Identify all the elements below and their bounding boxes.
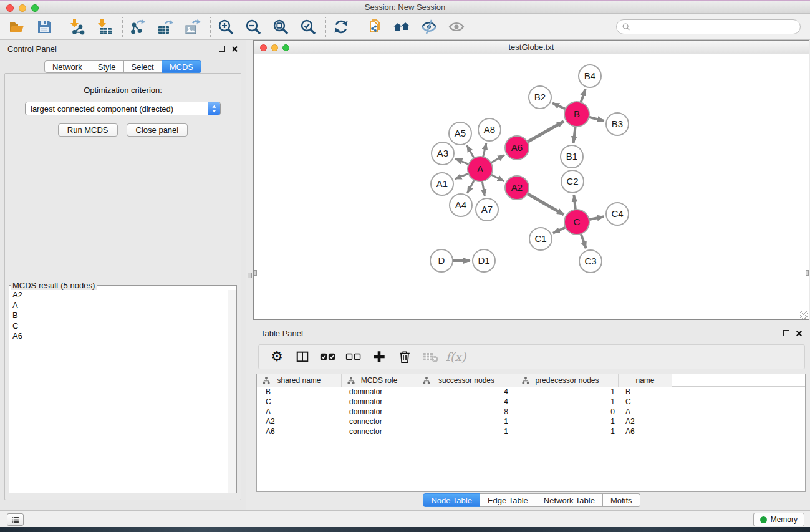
network-zoom-button[interactable] xyxy=(282,44,289,51)
table-cell[interactable]: 1 xyxy=(516,427,619,436)
table-cell[interactable]: A6 xyxy=(619,427,672,436)
apply-layout-icon[interactable] xyxy=(330,16,352,37)
tab-select[interactable]: Select xyxy=(124,60,162,73)
export-image-icon[interactable] xyxy=(181,16,204,37)
network-close-button[interactable] xyxy=(260,44,267,51)
task-history-button[interactable] xyxy=(7,513,24,526)
table-cell[interactable]: A6 xyxy=(257,427,342,436)
graph-node-A6[interactable]: A6 xyxy=(505,136,529,160)
splitter-handle[interactable] xyxy=(248,273,252,278)
zoom-in-icon[interactable] xyxy=(215,16,237,37)
delete-row-icon[interactable] xyxy=(397,349,413,365)
tab-style[interactable]: Style xyxy=(90,60,124,73)
graph-node-A2[interactable]: A2 xyxy=(505,176,529,200)
open-file-icon[interactable] xyxy=(6,16,28,37)
close-panel-button[interactable]: Close panel xyxy=(127,123,188,137)
network-window-titlebar[interactable]: testGlobe.txt xyxy=(254,41,809,54)
table-cell[interactable]: C xyxy=(619,397,672,406)
mcds-result-item[interactable]: A xyxy=(9,301,236,311)
table-row[interactable]: Cdominator41C xyxy=(257,397,805,407)
graph-node-A1[interactable]: A1 xyxy=(431,173,453,195)
table-row[interactable]: Adominator80A xyxy=(257,407,805,417)
table-cell[interactable]: A xyxy=(257,407,342,416)
graph-node-A[interactable]: A xyxy=(468,157,493,181)
new-network-from-selection-icon[interactable] xyxy=(363,16,385,37)
graph-node-B1[interactable]: B1 xyxy=(561,145,583,168)
zoom-selected-icon[interactable] xyxy=(297,16,319,37)
show-graphics-details-icon[interactable] xyxy=(418,16,440,37)
memory-button[interactable]: Memory xyxy=(753,513,804,526)
column-header-predecessor-nodes[interactable]: predecessor nodes xyxy=(516,374,619,387)
graph-node-A8[interactable]: A8 xyxy=(478,118,501,141)
first-neighbors-icon[interactable] xyxy=(390,16,413,37)
table-cell[interactable]: 1 xyxy=(516,387,619,396)
table-settings-icon[interactable]: ⚙ xyxy=(269,349,285,365)
zoom-fit-icon[interactable] xyxy=(269,16,292,37)
table-cell[interactable]: 0 xyxy=(516,407,619,416)
graph-node-B[interactable]: B xyxy=(564,102,589,127)
column-header-mcds-role[interactable]: MCDS role xyxy=(342,374,417,387)
graph-node-A3[interactable]: A3 xyxy=(432,142,454,165)
table-row[interactable]: Bdominator41B xyxy=(257,387,805,397)
graph-node-B4[interactable]: B4 xyxy=(579,65,601,87)
graph-node-D[interactable]: D xyxy=(430,249,453,272)
show-columns-icon[interactable] xyxy=(294,349,311,365)
tab-network-table[interactable]: Network Table xyxy=(536,493,603,507)
run-mcds-button[interactable]: Run MCDS xyxy=(58,123,118,137)
save-session-icon[interactable] xyxy=(33,16,55,37)
float-panel-icon[interactable] xyxy=(219,46,225,52)
graph-node-A7[interactable]: A7 xyxy=(476,198,498,221)
unselect-all-icon[interactable] xyxy=(345,349,362,365)
table-cell[interactable]: dominator xyxy=(342,397,417,406)
table-cell[interactable]: A2 xyxy=(257,417,342,426)
zoom-out-icon[interactable] xyxy=(242,16,264,37)
search-box[interactable] xyxy=(616,19,801,34)
table-cell[interactable]: B xyxy=(619,387,672,396)
window-edge-handle-right[interactable] xyxy=(806,270,809,276)
table-cell[interactable]: B xyxy=(257,387,342,396)
add-row-icon[interactable] xyxy=(371,349,387,365)
graph-node-C3[interactable]: C3 xyxy=(579,250,602,273)
column-header-shared-name[interactable]: shared name xyxy=(257,374,342,387)
node-table[interactable]: shared nameMCDS rolesuccessor nodesprede… xyxy=(256,374,806,492)
graph-node-B2[interactable]: B2 xyxy=(529,86,551,109)
table-cell[interactable]: 1 xyxy=(516,417,619,426)
table-cell[interactable]: A xyxy=(619,407,672,416)
table-cell[interactable]: C xyxy=(257,397,342,406)
mcds-result-item[interactable]: A6 xyxy=(9,331,236,342)
graph-node-D1[interactable]: D1 xyxy=(473,249,495,272)
graph-node-A4[interactable]: A4 xyxy=(450,194,472,216)
table-cell[interactable]: 1 xyxy=(417,417,516,426)
network-minimize-button[interactable] xyxy=(271,44,278,51)
search-input[interactable] xyxy=(633,22,795,32)
mcds-result-list[interactable]: A2ABCA6 xyxy=(9,290,236,493)
network-canvas[interactable]: AA1A2A3A4A5A6A7A8BB1B2B3B4CC1C2C3C4DD1 xyxy=(254,55,809,319)
tab-mcds[interactable]: MCDS xyxy=(162,60,201,73)
table-cell[interactable]: A2 xyxy=(619,417,672,426)
table-cell[interactable]: 1 xyxy=(417,427,516,436)
close-panel-icon[interactable] xyxy=(231,46,238,52)
graph-node-C2[interactable]: C2 xyxy=(561,170,584,193)
minimize-window-button[interactable] xyxy=(19,4,26,12)
tab-motifs[interactable]: Motifs xyxy=(603,493,640,507)
import-network-icon[interactable] xyxy=(66,16,89,37)
tab-edge-table[interactable]: Edge Table xyxy=(480,493,536,507)
select-all-icon[interactable] xyxy=(320,349,336,365)
graph-node-C4[interactable]: C4 xyxy=(606,203,629,225)
mcds-result-item[interactable]: C xyxy=(9,321,236,332)
close-window-button[interactable] xyxy=(6,4,14,12)
table-cell[interactable]: 4 xyxy=(417,387,516,396)
float-table-panel-icon[interactable] xyxy=(783,330,789,336)
table-cell[interactable]: 1 xyxy=(516,397,619,406)
tab-node-table[interactable]: Node Table xyxy=(423,493,480,507)
window-resize-grip[interactable] xyxy=(800,311,808,319)
mcds-result-item[interactable]: B xyxy=(9,311,236,321)
graph-node-B3[interactable]: B3 xyxy=(606,113,629,135)
tab-network[interactable]: Network xyxy=(44,60,90,73)
criterion-dropdown[interactable]: largest connected component (directed) xyxy=(25,102,221,115)
import-table-icon[interactable] xyxy=(94,16,116,37)
export-table-icon[interactable] xyxy=(154,16,176,37)
table-row[interactable]: A2connector11A2 xyxy=(257,417,805,427)
graph-node-A5[interactable]: A5 xyxy=(449,122,471,145)
table-cell[interactable]: dominator xyxy=(342,407,417,416)
